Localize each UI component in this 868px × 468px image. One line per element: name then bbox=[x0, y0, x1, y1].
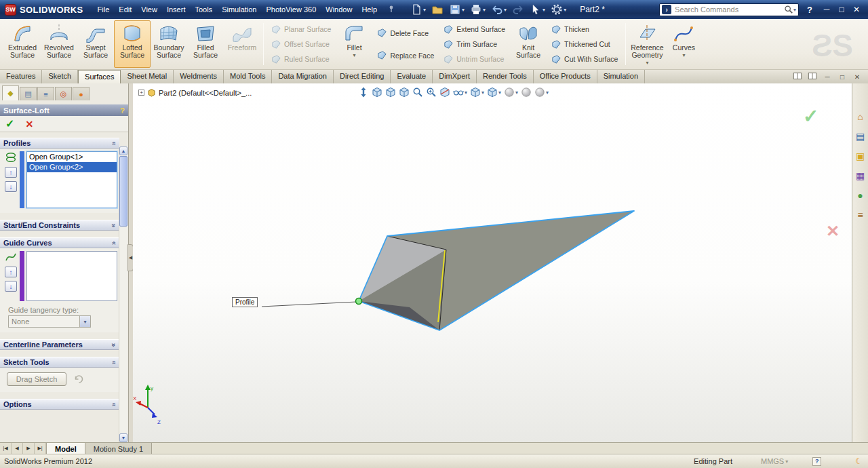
menu-view[interactable]: View bbox=[136, 0, 162, 19]
options-dropdown-icon[interactable]: ▾ bbox=[564, 7, 566, 13]
model-3d-view[interactable]: X y Z bbox=[133, 83, 852, 442]
select-dropdown-icon[interactable]: ▾ bbox=[542, 7, 545, 13]
view-palette-icon[interactable]: ▦ bbox=[854, 170, 867, 182]
menu-edit[interactable]: Edit bbox=[114, 0, 136, 19]
profiles-section-header[interactable]: Profiles » bbox=[0, 138, 119, 149]
options-button[interactable]: ▾ bbox=[548, 1, 569, 18]
open-document-button[interactable] bbox=[429, 1, 446, 18]
tab-weldments[interactable]: Weldments bbox=[174, 70, 224, 83]
feature-tree-flyout[interactable]: + Part2 (Default<<Default>_... bbox=[138, 88, 252, 97]
search-icon[interactable] bbox=[784, 5, 793, 14]
maximize-window-button[interactable]: □ bbox=[834, 5, 849, 14]
thicken-button[interactable]: Thicken bbox=[549, 22, 620, 37]
collapse-profiles-icon[interactable]: » bbox=[111, 141, 118, 145]
search-commands-box[interactable]: › Search Commands ▾ bbox=[659, 3, 799, 16]
undo-dropdown-icon[interactable]: ▾ bbox=[504, 7, 507, 13]
view-orientation-icon[interactable]: ▾ bbox=[470, 87, 484, 98]
menu-window[interactable]: Window bbox=[321, 0, 357, 19]
minimize-window-button[interactable]: ─ bbox=[819, 5, 834, 14]
confirm-cancel-icon[interactable]: ✕ bbox=[826, 222, 840, 241]
move-profile-up-button[interactable]: ↑ bbox=[5, 167, 17, 178]
replace-face-button[interactable]: Replace Face bbox=[374, 48, 437, 63]
tab-configuration-manager[interactable]: ≡ bbox=[37, 87, 54, 100]
filled-surface-button[interactable]: Filled Surface bbox=[187, 20, 224, 68]
trim-surface-button[interactable]: Trim Surface bbox=[441, 37, 508, 52]
units-dropdown-icon[interactable]: ▾ bbox=[785, 459, 788, 465]
menu-simulation[interactable]: Simulation bbox=[217, 0, 261, 19]
centerline-parameters-section-header[interactable]: Centerline Parameters » bbox=[0, 339, 119, 350]
tab-office-products[interactable]: Office Products bbox=[534, 70, 597, 83]
reference-geometry-dropdown-icon[interactable]: ▾ bbox=[646, 60, 648, 66]
isometric-view-icon[interactable] bbox=[399, 87, 410, 98]
tab-property-manager[interactable]: ◆ bbox=[2, 85, 19, 100]
cut-with-surface-button[interactable]: Cut With Surface bbox=[549, 52, 620, 66]
curves-button[interactable]: Curves ▾ bbox=[665, 20, 702, 68]
save-dropdown-icon[interactable]: ▾ bbox=[462, 7, 465, 13]
search-input[interactable]: Search Commands bbox=[671, 5, 784, 14]
zoom-to-fit-icon[interactable] bbox=[358, 87, 369, 98]
expand-tree-icon[interactable]: + bbox=[138, 90, 144, 96]
tab-direct-editing[interactable]: Direct Editing bbox=[334, 70, 391, 83]
model-tab[interactable]: Model bbox=[46, 443, 85, 454]
lofted-surface-button[interactable]: Lofted Surface bbox=[114, 20, 151, 68]
guide-curves-section-header[interactable]: Guide Curves » bbox=[0, 237, 119, 248]
tab-data-migration[interactable]: Data Migration bbox=[272, 70, 334, 83]
next-tab-icon[interactable]: ▶ bbox=[23, 443, 35, 454]
tab-dimxpert[interactable]: DimXpert bbox=[433, 70, 477, 83]
sketch-tools-section-header[interactable]: Sketch Tools » bbox=[0, 357, 119, 368]
confirm-ok-icon[interactable]: ✓ bbox=[803, 105, 818, 128]
options-section-header[interactable]: Options » bbox=[0, 399, 119, 410]
knit-surface-button[interactable]: Knit Surface bbox=[510, 20, 547, 68]
pm-ok-button[interactable]: ✓ bbox=[5, 117, 14, 130]
pm-help-icon[interactable]: ? bbox=[120, 106, 125, 115]
previous-tab-icon[interactable]: ◀ bbox=[12, 443, 23, 454]
revolved-surface-button[interactable]: Revolved Surface bbox=[41, 20, 77, 68]
tab-surfaces[interactable]: Surfaces bbox=[78, 70, 121, 83]
units-selector[interactable]: MMGS ▾ bbox=[761, 457, 788, 465]
first-tab-icon[interactable]: |◀ bbox=[0, 443, 12, 454]
extend-surface-button[interactable]: Extend Surface bbox=[441, 22, 508, 37]
swept-surface-button[interactable]: Swept Surface bbox=[77, 20, 114, 68]
appearances-scenes-icon[interactable]: ● bbox=[854, 189, 867, 201]
curves-dropdown-icon[interactable]: ▾ bbox=[682, 52, 685, 58]
front-view-icon[interactable] bbox=[385, 87, 396, 98]
undo-button[interactable]: ▾ bbox=[488, 1, 509, 18]
tab-evaluate[interactable]: Evaluate bbox=[391, 70, 433, 83]
pin-menu-icon[interactable] bbox=[387, 5, 395, 14]
minimize-document-icon[interactable]: ─ bbox=[822, 73, 833, 81]
edit-appearance-icon[interactable]: ▾ bbox=[504, 87, 518, 98]
reference-geometry-button[interactable]: Reference Geometry ▾ bbox=[629, 20, 665, 68]
zoom-in-out-icon[interactable] bbox=[426, 87, 437, 98]
fillet-button[interactable]: Fillet ▾ bbox=[336, 20, 372, 68]
restore-document-icon[interactable]: □ bbox=[837, 73, 848, 81]
tab-simulation[interactable]: Simulation bbox=[597, 70, 645, 83]
menu-photoview[interactable]: PhotoView 360 bbox=[261, 0, 321, 19]
move-guide-up-button[interactable]: ↑ bbox=[5, 267, 17, 277]
guide-curves-listbox[interactable] bbox=[26, 251, 117, 301]
fillet-dropdown-icon[interactable]: ▾ bbox=[353, 52, 355, 58]
profiles-listbox[interactable]: Open Group<1> Open Group<2> bbox=[26, 151, 117, 208]
zoom-to-area-icon[interactable] bbox=[412, 87, 423, 98]
tab-render-tools[interactable]: Render Tools bbox=[477, 70, 534, 83]
collapse-sketch-tools-icon[interactable]: » bbox=[111, 360, 118, 364]
profile-list-item-selected[interactable]: Open Group<2> bbox=[27, 162, 117, 172]
window-pane-icon-2[interactable] bbox=[807, 71, 818, 82]
menu-file[interactable]: File bbox=[93, 0, 115, 19]
close-document-icon[interactable]: ✕ bbox=[852, 73, 863, 81]
help-icon[interactable]: ? bbox=[807, 5, 812, 15]
boundary-surface-button[interactable]: Boundary Surface bbox=[151, 20, 187, 68]
pm-cancel-button[interactable]: ✕ bbox=[25, 119, 33, 130]
scroll-up-icon[interactable]: ▲ bbox=[119, 147, 127, 155]
tab-sheet-metal[interactable]: Sheet Metal bbox=[121, 70, 174, 83]
search-scope-icon[interactable]: › bbox=[662, 5, 671, 14]
profile-vertex-marker[interactable] bbox=[356, 298, 362, 305]
menu-insert[interactable]: Insert bbox=[162, 0, 191, 19]
pm-scrollbar[interactable]: ▲ ▼ bbox=[119, 147, 127, 442]
collapse-options-icon[interactable]: » bbox=[111, 402, 118, 406]
graphics-viewport[interactable]: X y Z + Part2 (Default<<Default>_... ▾ ▾… bbox=[133, 83, 852, 442]
hide-show-items-icon[interactable]: ▾ bbox=[453, 87, 467, 98]
print-dropdown-icon[interactable]: ▾ bbox=[483, 7, 486, 13]
tab-sketch[interactable]: Sketch bbox=[42, 70, 78, 83]
tab-mold-tools[interactable]: Mold Tools bbox=[224, 70, 272, 83]
extruded-surface-button[interactable]: Extruded Surface bbox=[4, 20, 41, 68]
